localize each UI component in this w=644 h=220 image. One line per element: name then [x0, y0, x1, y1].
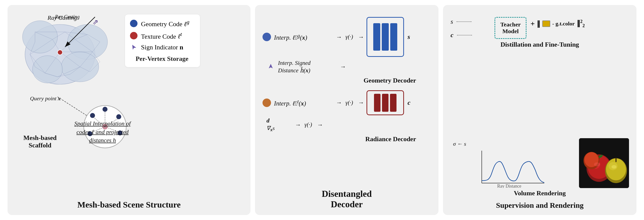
legend-item-geometry: Geometry Code ℓg	[130, 19, 194, 28]
geom-interp-label: Interp. ℓ̃g(x)	[274, 33, 307, 41]
legend-item-sign: Sign Indicator n	[130, 44, 194, 51]
svg-point-46	[116, 114, 121, 119]
sign-arrow	[130, 44, 138, 51]
d-gamma: γ(·)	[304, 121, 312, 128]
legend-sign-text: Sign Indicator n	[141, 44, 183, 51]
legend-texture-text: Texture Code ℓt	[141, 31, 182, 40]
geom-output-s: s	[408, 33, 410, 41]
d-input: d	[266, 117, 292, 124]
yellow-color-box	[542, 20, 550, 27]
texture-dot	[130, 32, 138, 39]
right-top: s c TeacherModel + ‖ - g.t.color ‖22	[450, 14, 629, 39]
svg-marker-39	[130, 44, 136, 50]
mesh-scaffold-label: Mesh-based Scaffold	[15, 134, 65, 149]
svg-point-4	[32, 56, 62, 83]
radiance-decoder-label-row: Radiance Decoder	[262, 135, 431, 143]
geom-decoder-label-row: Geometry Decoder	[262, 77, 431, 84]
tex-arrow2: →	[358, 99, 364, 106]
d-arrow: →	[295, 121, 301, 128]
s-label: s	[450, 18, 453, 25]
volume-chart: σ ← s Ray Distance	[450, 141, 573, 188]
svg-point-48	[90, 113, 95, 118]
geometry-decoder-box	[366, 17, 404, 57]
legend-item-texture: Texture Code ℓt	[130, 31, 194, 40]
geom-gamma: γ(·)	[346, 34, 353, 40]
middle-panel: Interp. ℓ̃g(x) → γ(·) → s	[255, 5, 438, 215]
middle-panel-title: Disentangled Decoder	[262, 185, 431, 210]
svg-point-71	[594, 162, 600, 166]
left-panel-title: Mesh-based Scene Structure	[15, 197, 243, 210]
fruit-image	[579, 138, 629, 188]
distillation-label: Distillation and Fine-Tuning	[450, 41, 629, 48]
geom-arrow2: →	[358, 34, 364, 40]
geom-interp-row: Interp. ℓ̃g(x) → γ(·) → s	[262, 17, 431, 57]
grad-input: ∇xs	[266, 125, 292, 132]
signed-dist-row: Interp. SignedDistance h̃(x) →	[262, 59, 431, 74]
texture-dot	[262, 99, 271, 107]
interpolation-label: Spatial Interpolation of codes ℓ and pro…	[68, 119, 138, 145]
tex-output-c: c	[408, 99, 410, 107]
legend-geometry-text: Geometry Code ℓg	[141, 19, 190, 28]
vol-label-row: Volume Rendering	[450, 190, 629, 198]
volume-chart-svg: Ray Distance	[477, 148, 547, 188]
sigma-label: σ ← s	[450, 141, 466, 147]
signed-dist-label: Interp. SignedDistance h̃(x)	[278, 59, 310, 74]
middle-content: Interp. ℓ̃g(x) → γ(·) → s	[262, 12, 431, 185]
plus-sign: +	[530, 19, 535, 28]
right-panel: s c TeacherModel + ‖ - g.t.color ‖22	[443, 5, 636, 215]
signed-arrow-icon	[266, 63, 275, 71]
texture-interp-label: Interp. ℓ̃t(x)	[274, 99, 306, 107]
svg-point-45	[102, 107, 108, 112]
geometry-decoder-label: Geometry Decoder	[364, 77, 416, 84]
radiance-decoder-box	[366, 90, 404, 115]
legend-box: Geometry Code ℓg Texture Code ℓt Sign In…	[125, 14, 200, 67]
tex-arrow1: →	[336, 99, 342, 106]
gt-color-text: - g.t.color	[552, 20, 575, 27]
svg-rect-68	[616, 158, 616, 162]
rad-bar-1	[374, 94, 380, 112]
s-dotted-line	[456, 21, 472, 22]
geom-arrow1: →	[336, 34, 342, 40]
rad-bar-3	[390, 94, 396, 112]
geometry-dot	[130, 20, 138, 27]
geom-dot	[262, 33, 271, 41]
left-bottom-section: Query point x	[15, 94, 243, 149]
d-arrow2: →	[317, 121, 323, 128]
radiance-decoder-label: Radiance Decoder	[365, 135, 416, 143]
right-bottom: σ ← s Ray Distance	[450, 54, 629, 188]
svg-text:⇗: ⇗	[92, 18, 98, 26]
svg-text:Ray Distance: Ray Distance	[497, 184, 521, 188]
rad-bar-2	[382, 94, 388, 112]
right-panel-title: Supervision and Rendering	[450, 198, 629, 210]
c-input-row: c	[450, 31, 490, 39]
plus-norm-formula: + ‖ - g.t.color ‖22	[530, 19, 585, 28]
decoder-bar-2	[382, 23, 389, 51]
decoder-bar-1	[373, 23, 380, 51]
svg-text:Query point x: Query point x	[30, 95, 60, 102]
geom-decoder-group	[366, 17, 404, 57]
d-grad-row: d ∇xs → γ(·) →	[262, 117, 431, 132]
tex-gamma: γ(·)	[346, 100, 353, 106]
mesh-image: Ray Casting	[15, 12, 120, 92]
left-panel: Ray Casting	[8, 5, 250, 215]
texture-interp-row: Interp. ℓ̃t(x) → γ(·) → c	[262, 90, 431, 115]
svg-marker-55	[269, 64, 273, 68]
signed-arrow: →	[340, 63, 346, 70]
volume-rendering-title: Volume Rendering	[450, 190, 629, 197]
legend-storage-label: Per-Vertex Storage	[130, 55, 194, 63]
decoder-bar-3	[390, 23, 397, 51]
svg-point-72	[612, 165, 616, 169]
teacher-model-box: TeacherModel	[494, 17, 526, 39]
svg-point-2	[22, 21, 58, 53]
c-label: c	[450, 31, 454, 39]
norm-close-sup: ‖22	[577, 19, 585, 28]
norm-open: ‖	[537, 19, 540, 28]
sc-inputs: s c	[450, 14, 490, 39]
c-dotted-line	[457, 35, 472, 35]
s-input-row: s	[450, 18, 490, 25]
interpolation-diagram: Query point x	[15, 94, 140, 149]
left-top-section: Ray Casting	[15, 12, 243, 92]
svg-text:Ray Casting: Ray Casting	[55, 14, 80, 20]
svg-point-34	[58, 50, 62, 55]
